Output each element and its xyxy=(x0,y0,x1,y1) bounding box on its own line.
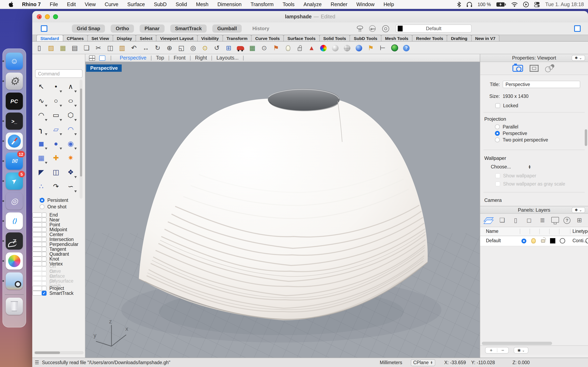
ribbon-tab[interactable]: Set View xyxy=(87,35,113,41)
properties-gear-button[interactable]: ✱⌄ xyxy=(572,55,585,61)
new-file-icon[interactable]: ▯ xyxy=(35,43,44,52)
explode-tool[interactable]: ✷ xyxy=(63,151,78,165)
menu-item[interactable]: Window xyxy=(352,1,379,7)
window-titlebar[interactable]: lampshade — Edited xyxy=(32,11,588,22)
cplane-selector[interactable]: CPlane ▲▼ xyxy=(411,359,435,366)
open-file-icon[interactable]: ▨ xyxy=(47,43,56,52)
viewport-tab[interactable]: Layouts... xyxy=(213,55,242,61)
battery-icon[interactable] xyxy=(496,2,506,7)
move-car-icon[interactable] xyxy=(236,43,245,52)
ribbon-tab[interactable]: SubD Tools xyxy=(350,35,381,41)
ribbon-tab[interactable]: Select xyxy=(136,35,156,41)
menu-clock[interactable]: Tue 1. Aug 18:18 xyxy=(545,1,584,7)
viewport-layout-icon[interactable]: ⊞ xyxy=(224,43,233,52)
undo-view-icon[interactable]: ↺ xyxy=(212,43,221,52)
pan-icon[interactable]: ↔ xyxy=(141,43,150,52)
sphere-icon[interactable] xyxy=(331,43,340,52)
dock-preview[interactable] xyxy=(6,272,23,290)
osnap-option[interactable]: SmartTrack xyxy=(32,291,42,296)
box-tool[interactable]: ◼ xyxy=(34,137,49,151)
menu-item[interactable]: Dimension xyxy=(213,1,246,7)
osnap-checkbox[interactable] xyxy=(42,247,47,252)
help-icon[interactable]: ? xyxy=(402,43,411,52)
osnap-option[interactable]: Tangent xyxy=(32,247,42,252)
current-layer-icon[interactable] xyxy=(521,239,526,243)
osnap-checkbox[interactable] xyxy=(42,291,47,296)
wifi-icon[interactable] xyxy=(511,2,518,7)
ribbon-tab[interactable]: Drafting xyxy=(447,35,472,41)
osnap-option[interactable]: On surface xyxy=(32,271,42,276)
curve-tool[interactable]: ∿ xyxy=(34,94,49,108)
save-icon[interactable]: ▦ xyxy=(58,43,67,52)
help-tab-icon[interactable]: ? xyxy=(563,217,571,224)
osnap-checkbox[interactable] xyxy=(42,217,47,222)
layers-gear-button[interactable]: ✱⌄ xyxy=(572,207,585,213)
units-indicator[interactable]: Millimeters xyxy=(380,360,402,365)
command-history-icon[interactable]: ☰ xyxy=(35,360,39,365)
gumball-icon[interactable] xyxy=(382,25,389,32)
display-tab-icon[interactable] xyxy=(551,217,559,222)
menu-item[interactable]: Mesh xyxy=(191,1,213,7)
properties-scrollbar[interactable] xyxy=(585,129,587,146)
osnap-checkbox[interactable] xyxy=(42,212,47,217)
dock-rhino7[interactable]: 7 xyxy=(6,233,23,250)
menu-item[interactable]: Render xyxy=(326,1,352,7)
osnap-checkbox[interactable] xyxy=(40,198,44,203)
zoom-extents-icon[interactable]: ⊕ xyxy=(165,43,174,52)
osnap-checkbox[interactable] xyxy=(42,266,47,271)
zoom-selected-icon[interactable]: ◎ xyxy=(189,43,198,52)
ribbon-tab[interactable]: Viewport Layout xyxy=(156,35,198,41)
menu-item[interactable]: Solid xyxy=(171,1,191,7)
osnap-checkbox[interactable] xyxy=(42,227,47,232)
radio-button[interactable] xyxy=(495,137,500,142)
viewport-tab[interactable]: Top xyxy=(153,55,167,61)
menu-item[interactable]: Help xyxy=(379,1,398,7)
dock-photos[interactable] xyxy=(6,252,23,269)
arc-tool[interactable]: ◠ xyxy=(34,108,49,122)
ortho-toggle[interactable]: Ortho xyxy=(111,25,134,33)
menu-item[interactable]: Tools xyxy=(278,1,299,7)
trim-tool[interactable]: ◤ xyxy=(34,165,49,179)
remove-layer-button[interactable]: − xyxy=(497,347,508,353)
dock-finder[interactable]: ☺ xyxy=(6,53,23,70)
perspective-viewport[interactable]: Perspective xyxy=(85,62,480,358)
drag-icon[interactable]: ❏ xyxy=(82,43,91,52)
layer-visibility-icon[interactable] xyxy=(531,238,536,243)
render-cone-icon[interactable]: ▲ xyxy=(307,43,316,52)
headphones-icon[interactable] xyxy=(466,1,472,7)
ribbon-tab[interactable]: CPlanes xyxy=(63,35,88,41)
sublayers-tab-icon[interactable]: ❏ xyxy=(498,216,507,225)
locked-checkbox[interactable] xyxy=(495,103,500,108)
dock-mail[interactable]: ✉ 12 xyxy=(6,152,23,170)
panel-toggle-left-icon[interactable] xyxy=(41,25,47,32)
ribbon-tab[interactable]: Transform xyxy=(222,35,251,41)
points-on-tool[interactable]: ∴ xyxy=(34,179,49,194)
osnap-checkbox[interactable] xyxy=(42,261,47,266)
viewport-label[interactable]: Perspective xyxy=(86,64,122,72)
dock-podcasts[interactable]: ◎ xyxy=(6,192,23,210)
lock-icon[interactable] xyxy=(295,43,304,52)
layer-linetype-value[interactable]: Conti... xyxy=(572,238,587,243)
panel-toggle-right-icon[interactable] xyxy=(574,25,581,32)
smarttrack-toggle[interactable]: SmartTrack xyxy=(170,25,207,33)
bluetooth-icon[interactable] xyxy=(457,1,461,7)
zoom-window-icon[interactable]: ◱ xyxy=(177,43,186,52)
projection-option[interactable]: Parallel xyxy=(480,124,588,130)
dock-telegram[interactable]: ➤ 5 xyxy=(6,173,23,190)
projection-option[interactable]: Perspective xyxy=(480,130,588,137)
column-linetype[interactable]: Linetype xyxy=(572,229,588,234)
dimension-icon[interactable]: ⊢ xyxy=(378,43,387,52)
revolve-tool[interactable]: ◉ xyxy=(63,137,78,151)
sphere-tool[interactable]: ● xyxy=(49,137,63,151)
display-properties-icon[interactable] xyxy=(530,65,539,72)
ellipse-tool[interactable]: ○ xyxy=(63,94,78,108)
grayscale-wallpaper-checkbox[interactable] xyxy=(495,182,500,186)
menu-item[interactable]: Edit xyxy=(62,1,80,7)
viewport-tab[interactable]: Front xyxy=(170,55,189,61)
osnap-option[interactable]: Center xyxy=(32,232,42,237)
osnap-option[interactable]: One shot xyxy=(32,203,83,210)
column-name[interactable]: Name xyxy=(486,229,498,234)
layer-options-button[interactable]: ✱⌄ xyxy=(514,347,528,354)
osnap-option[interactable]: Point xyxy=(32,222,42,227)
osnap-checkbox[interactable] xyxy=(42,281,47,286)
